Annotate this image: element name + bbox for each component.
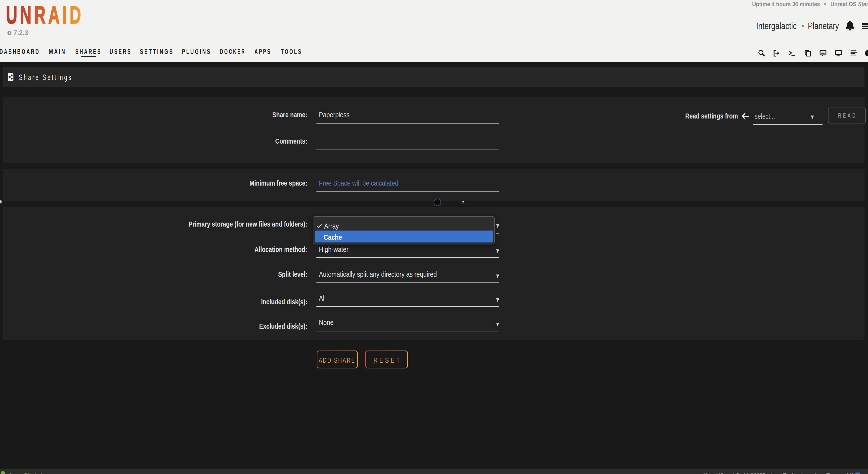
svg-text:UNRAID: UNRAID: [6, 1, 84, 29]
